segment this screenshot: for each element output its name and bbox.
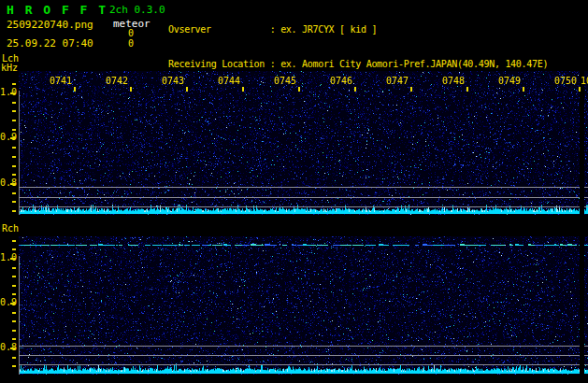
rch-wrap-gap [580,236,584,375]
lch-echo-count: 0 [117,28,145,38]
rch-axis-label: Rch [2,223,19,234]
minor-freq-tick [12,320,16,322]
minute-tick [242,87,244,92]
major-freq-tick [10,348,16,349]
time-label: 0747 [364,76,409,86]
rch-grid-line-1 [19,346,588,347]
minute-tick [186,87,188,92]
filename-label: 2509220740.png [7,19,93,31]
minor-freq-tick [12,293,16,295]
rch-echo-count: 0 [117,38,145,49]
time-label: 0745 [251,76,296,86]
app-version: 2ch 0.3.0 [109,4,165,16]
major-freq-tick [10,258,16,260]
time-label: 0742 [83,76,128,86]
datetime-label: 25.09.22 07:40 [7,37,93,50]
minor-freq-tick [12,201,16,203]
time-label: 0750 [532,76,577,86]
minute-tick [354,87,356,92]
lch-grid-line-3 [19,206,588,207]
minor-freq-tick [12,174,16,176]
minor-freq-tick [12,357,16,359]
minor-freq-tick [12,102,16,104]
rch-left-border-line [19,256,20,375]
minute-tick [579,87,581,92]
minor-freq-tick [12,312,16,314]
rch-grid-line-2 [19,355,588,356]
major-freq-tick [10,137,16,139]
lch-wrap-gap [580,71,584,215]
minor-freq-tick [12,156,16,158]
time-label: 0748 [420,76,465,86]
minor-freq-tick [12,276,16,277]
minor-freq-tick [12,83,16,85]
time-label: 0744 [195,76,240,86]
minor-freq-tick [12,129,16,131]
rch-grid-line-3 [19,364,588,365]
minor-freq-tick [12,285,16,287]
major-freq-tick [10,183,16,185]
minute-tick [74,87,76,92]
rch-spectrogram-panel [19,236,588,375]
minute-tick [523,87,524,92]
major-freq-tick [10,92,16,94]
minor-freq-tick [12,120,16,121]
partial-time-label: 10 [581,76,588,86]
minute-tick [410,87,412,92]
time-label: 0746 [308,76,352,86]
app-title: H R O F F T [7,3,108,17]
hrofft-screen: H R O F F T 2ch 0.3.0 2509220740.png met… [0,0,588,383]
major-freq-tick [10,303,16,305]
time-label: 0741 [27,76,72,86]
minor-freq-tick [12,338,16,340]
observer-line: Ovserver : ex. JR7CYX [ kid ] [168,24,575,35]
minor-freq-tick [12,165,16,167]
minor-freq-tick [12,330,16,332]
minute-tick [130,87,132,92]
minor-freq-tick [12,147,16,149]
rch-spectrogram-canvas [19,236,588,375]
minor-freq-tick [12,240,16,242]
khz-unit-label: kHz [1,63,18,73]
minor-freq-tick [12,210,16,212]
lch-spectrogram-canvas [19,71,588,215]
time-label: 0743 [139,76,184,86]
minute-tick [298,87,300,92]
minor-freq-tick [12,192,16,194]
minor-freq-tick [12,365,16,367]
minute-tick [466,87,468,92]
lch-grid-line-1 [19,187,588,188]
lch-spectrogram-panel: 0741074207430744074507460747074807490750… [19,71,588,215]
minor-freq-tick [12,248,16,250]
minor-freq-tick [12,267,16,269]
minor-freq-tick [12,110,16,112]
location-line: Receiving Location : ex. Aomori City Aom… [168,59,575,70]
lch-grid-line-2 [19,197,588,198]
time-label: 0749 [476,76,521,86]
